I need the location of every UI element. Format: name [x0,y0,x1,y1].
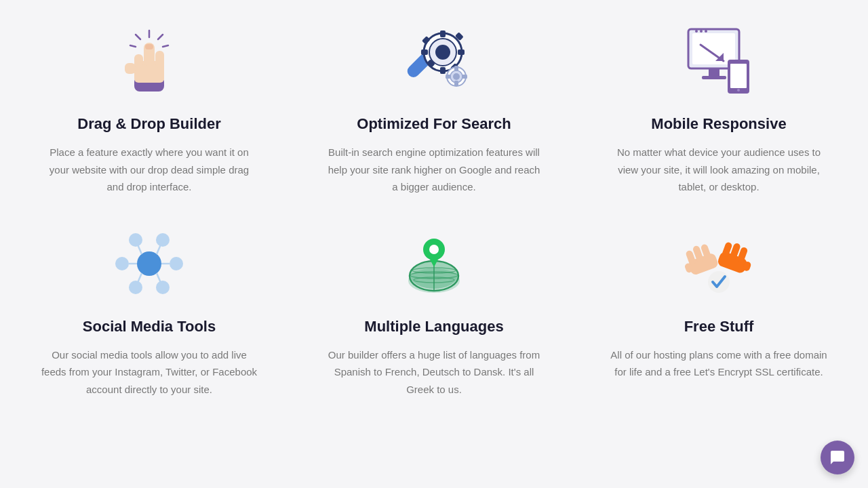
svg-rect-17 [421,49,428,55]
social-icon [108,223,190,304]
mobile-desc: No matter what device your audience uses… [610,144,827,196]
svg-line-8 [158,35,163,39]
svg-point-42 [737,89,740,92]
mobile-title: Mobile Responsive [651,115,786,133]
search-title: Optimized For Search [357,115,511,133]
feature-card-search: Optimized For Search Built-in search eng… [312,20,556,196]
svg-point-35 [695,30,698,33]
svg-point-48 [129,281,142,294]
svg-rect-18 [458,49,465,55]
svg-rect-27 [454,81,458,86]
mobile-icon [678,20,760,102]
svg-rect-3 [155,51,164,68]
free-desc: All of our hosting plans come with a fre… [610,346,827,381]
search-desc: Built-in search engine optimization feat… [326,144,542,196]
svg-point-46 [129,233,142,247]
feature-card-mobile: Mobile Responsive No matter what device … [597,20,841,196]
svg-point-64 [429,245,439,254]
svg-point-76 [708,271,730,293]
free-icon [678,223,760,304]
svg-line-52 [138,245,142,254]
svg-line-55 [157,273,161,283]
svg-line-10 [163,45,168,47]
social-desc: Our social media tools allow you to add … [41,346,258,399]
svg-rect-16 [440,67,446,74]
svg-rect-29 [462,75,467,79]
svg-point-23 [435,45,450,60]
free-title: Free Stuff [684,318,754,336]
svg-line-9 [130,45,136,47]
svg-rect-4 [134,54,143,68]
svg-rect-5 [125,63,136,74]
svg-rect-11 [145,44,153,49]
feature-card-drag-drop: Drag & Drop Builder Place a feature exac… [27,20,271,196]
language-desc: Our builder offers a huge list of langua… [326,346,542,399]
svg-rect-33 [709,68,719,77]
svg-rect-34 [702,76,726,79]
drag-drop-desc: Place a feature exactly where you want i… [41,144,258,196]
svg-line-53 [157,245,161,254]
svg-point-36 [700,30,703,33]
svg-rect-41 [730,64,747,88]
chat-button[interactable] [821,441,854,474]
features-grid: Drag & Drop Builder Place a feature exac… [27,20,841,398]
svg-point-49 [156,281,170,294]
drag-drop-icon [108,20,190,102]
svg-rect-28 [446,75,451,79]
social-title: Social Media Tools [83,318,216,336]
svg-point-30 [453,73,460,80]
svg-rect-32 [692,33,735,64]
svg-rect-26 [454,66,458,71]
svg-point-43 [137,251,161,276]
svg-point-45 [170,257,183,270]
drag-drop-title: Drag & Drop Builder [77,115,220,133]
svg-point-47 [156,233,170,247]
feature-card-social: Social Media Tools Our social media tool… [27,223,271,399]
svg-point-37 [705,30,707,33]
search-icon [393,20,475,102]
svg-point-44 [115,257,129,270]
svg-rect-15 [440,30,446,37]
language-icon [393,223,475,304]
svg-line-7 [136,35,140,39]
feature-card-free: Free Stuff All of our hosting plans come… [597,223,841,399]
language-title: Multiple Languages [364,318,503,336]
svg-line-54 [138,273,142,283]
feature-card-language: Multiple Languages Our builder offers a … [312,223,556,399]
